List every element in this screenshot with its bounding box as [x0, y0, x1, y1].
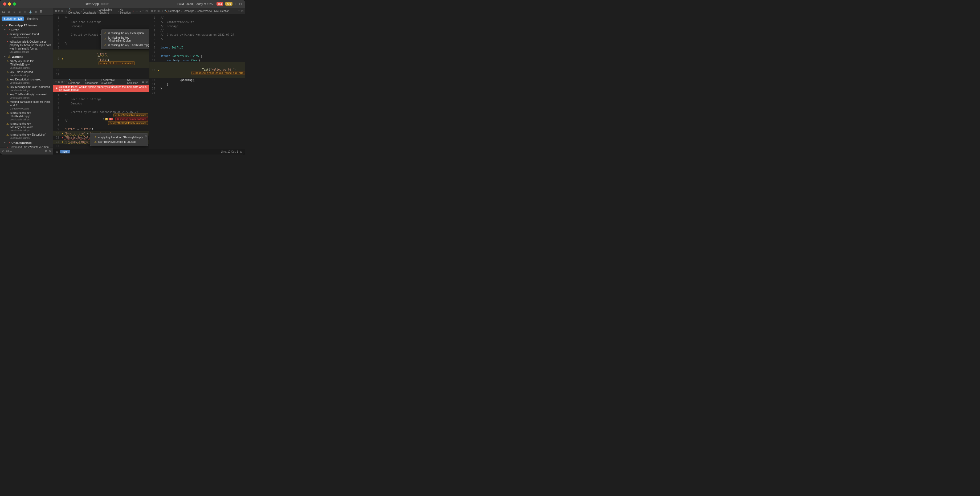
breadcrumb: 🔨 DemoApp › ≡ Localizable › Localizable … [68, 8, 131, 14]
bottom-left-toolbar: ✕ ⊟ ⊞ ‹ › 🔨 DemoApp › ≡ Localizable › Lo… [53, 78, 149, 85]
error-icon[interactable]: ⊗ [7, 10, 11, 14]
validation-error-icon: ⊗ [56, 87, 57, 90]
nav-right-next[interactable]: › [162, 10, 163, 13]
cursor-position: Line: 10 Col: 1 [221, 150, 238, 153]
maximize-button[interactable] [13, 2, 16, 6]
nav-fwd2[interactable]: ⇢ [139, 10, 141, 13]
buildtime-tab[interactable]: Buildtime (12) [2, 16, 24, 21]
nav-next[interactable]: › [66, 10, 67, 13]
bc-sep2: › [97, 10, 98, 13]
sidebar: 🗂 ⊗ ≡ ⌕ ⚠ ⚓ ◈ ☷ Buildtime (12) Runtime ▾… [0, 8, 53, 155]
filter-icon[interactable]: ≡ [12, 10, 16, 14]
inspector-btn2[interactable]: ⊟ [145, 80, 148, 83]
list-item[interactable]: ⚠ missing translation found for 'Hello, … [0, 100, 53, 110]
tooltip2-close[interactable]: ✕ [145, 134, 147, 137]
folder-icon[interactable]: 🗂 [2, 10, 6, 14]
line-code: /* [64, 94, 149, 96]
line-num: 1 [53, 16, 61, 19]
layout-right-btn[interactable]: ☰ [238, 10, 240, 13]
line-num: 4 [53, 106, 61, 109]
code-token: "Description" [64, 132, 85, 135]
bc3-2: DemoApp [182, 10, 194, 13]
split-icon2[interactable]: ⊟ [58, 80, 60, 83]
close-editor-icon[interactable]: ✕ [55, 10, 57, 13]
code-line: 1// [150, 16, 245, 20]
inspector-right-btn[interactable]: ⊟ [241, 10, 243, 13]
filter-settings-icon[interactable]: ⚙ [45, 150, 48, 153]
warning-group-header[interactable]: ▾ ⚠ Warning [0, 54, 53, 59]
code-block3: 1// 2// ContentView.swift 3// DemoApp 4/… [150, 14, 245, 96]
split-icon[interactable]: ⊟ [58, 10, 60, 13]
code-line: 2 Localizable.strings [53, 20, 149, 24]
inspector-btn[interactable]: ⊟ [145, 10, 148, 13]
code-line: 15} [150, 86, 245, 91]
layout-btn[interactable]: ☰ [142, 10, 144, 13]
project-header[interactable]: ▾ ✕ DemoApp 12 issues [0, 23, 53, 27]
bc3-1: 🔨 DemoApp [164, 10, 180, 13]
grid-icon2[interactable]: ⊞ [61, 80, 64, 83]
inline-warning-badge: ⚠ key 'Title' is unused [99, 61, 135, 65]
add-button[interactable]: + [235, 2, 237, 6]
split-right-icon[interactable]: ⊟ [154, 10, 156, 13]
list-item[interactable]: ⚠ key 'ThisKeyIsEmpty' is unusedLocaliza… [0, 92, 53, 100]
code-line: 6// [150, 37, 245, 41]
list-item[interactable]: ✕ missing semicolon found Localizable.st… [0, 32, 53, 40]
project-name: DemoApp [85, 2, 99, 6]
close-editor-icon2[interactable]: ✕ [55, 80, 57, 83]
warn-icon3: ⚠ [115, 114, 117, 116]
filter-more-icon[interactable]: ⊕ [48, 150, 51, 153]
layout-btn2[interactable]: ☰ [142, 80, 144, 83]
list-item[interactable]: ✕ validation failed: Couldn't parse prop… [0, 40, 53, 54]
list-item[interactable]: ⚠ key 'Description' is unusedLocalizable… [0, 77, 53, 85]
code-token: _ [189, 65, 204, 68]
list-item[interactable]: ⚠ empty key found for: 'ThisKeyIsEmpty'L… [0, 59, 53, 70]
search-icon[interactable]: ⌕ [18, 10, 22, 14]
desc-unused-badge: ⚠ key 'Description' is unused [113, 113, 148, 117]
line-code: // [161, 38, 245, 40]
tooltip2-text2: key 'ThisKeyIsEmpty' is unused [98, 140, 135, 143]
grid-icon[interactable]: ⊞ [61, 10, 64, 13]
badge-text3: key 'Description' is unused [118, 114, 146, 116]
nav-prev[interactable]: ‹ [64, 10, 65, 13]
code-token: = [96, 56, 101, 58]
warn-icon: ⚠ [6, 60, 9, 62]
minimize-button[interactable] [8, 2, 11, 6]
line-num: 15 [150, 87, 157, 90]
anchor-icon[interactable]: ⚓ [28, 10, 32, 14]
tooltip-warn-icon: ⚠ [104, 44, 107, 46]
list-item[interactable]: ⚠ is missing the key 'MissingSemiColon'L… [0, 121, 53, 132]
list-item[interactable]: ⚠ key 'MissingSemiColon' is unusedLocali… [0, 85, 53, 92]
line-num: 10 [150, 54, 157, 57]
issue-file: Localizable.strings [10, 36, 39, 39]
bc-2: ≡ Localizable [83, 8, 96, 14]
uncategorized-header[interactable]: ▾ ✕ Uncategorized [0, 140, 53, 145]
project-label: DemoApp 12 issues [9, 24, 51, 27]
nav-prev2[interactable]: ‹ [64, 80, 65, 83]
tag-icon[interactable]: ◈ [33, 10, 38, 14]
close-button[interactable] [3, 2, 6, 6]
sidebar-content: ▾ ✕ DemoApp 12 issues ▾ ✕ Error ✕ [0, 22, 53, 148]
code-token: "Title" [96, 53, 108, 56]
list-item[interactable]: ⚠ is missing the key 'Description'Locali… [0, 132, 53, 140]
issue-file: Localizable.strings [10, 129, 51, 132]
list-item[interactable]: ⚠ key 'Title' is unusedLocalizable.strin… [0, 70, 53, 77]
line-gutter-warn2: ● [61, 132, 64, 135]
tooltip2-item1: ⚠ empty key found for: 'ThisKeyIsEmpty' [92, 135, 146, 140]
nav-right-prev[interactable]: ‹ [161, 10, 161, 13]
runtime-tab[interactable]: Runtime [25, 16, 40, 21]
tree-icon[interactable]: ☷ [39, 10, 43, 14]
grid-right-icon[interactable]: ⊞ [158, 10, 159, 13]
error-group-header[interactable]: ▾ ✕ Error [0, 27, 53, 32]
code-line: 1/* [53, 16, 149, 20]
layout-button[interactable]: ⊟ [239, 2, 242, 6]
tooltip-empty-key: ✕ ⚠ empty key found for: 'ThisKeyIsEmpty… [90, 133, 148, 146]
list-item[interactable]: ✕ Command PhaseScriptExecution emitted e… [0, 145, 53, 148]
nav-back2[interactable]: ⇠ [135, 10, 138, 13]
tooltip-warn-icon: ⚠ [104, 38, 107, 41]
close-right-icon[interactable]: ✕ [151, 10, 153, 13]
list-item[interactable]: ⚠ is missing the key 'ThisKeyIsEmpty'Loc… [0, 110, 53, 121]
line-code: } [161, 87, 245, 90]
warning-nav-icon[interactable]: ⚠ [23, 10, 27, 14]
nav-next2[interactable]: › [66, 80, 67, 83]
line-num: 7 [53, 119, 61, 122]
